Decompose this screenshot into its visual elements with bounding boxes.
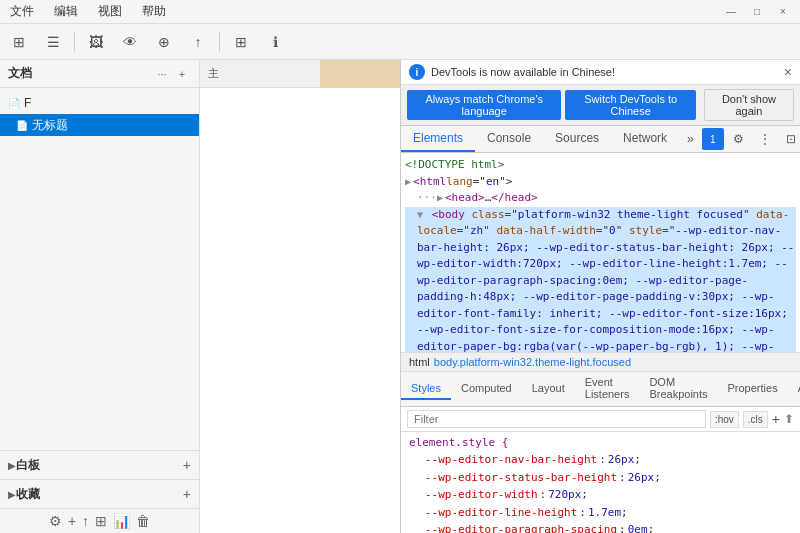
toolbar-btn-1[interactable]: ⊞: [4, 28, 34, 56]
dont-show-again-button[interactable]: Don't show again: [704, 89, 794, 121]
devtools-more-icon[interactable]: ⋮: [754, 128, 776, 150]
sidebar-upload-icon[interactable]: ↑: [82, 513, 89, 529]
inspector-tab-layout[interactable]: Layout: [522, 378, 575, 400]
html-line-head: ··· ▶ <head>…</head>: [405, 190, 796, 207]
inspector-tab-styles[interactable]: Styles: [401, 378, 451, 400]
devtools-notification-text: DevTools is now available in Chinese!: [431, 66, 778, 78]
css-rule-element-style: element.style { --wp-editor-nav-bar-heig…: [401, 432, 800, 533]
inspector-tab-dom-breakpoints[interactable]: DOM Breakpoints: [639, 372, 717, 406]
switch-to-chinese-button[interactable]: Switch DevTools to Chinese: [565, 90, 695, 120]
tree-item-f[interactable]: 📄 F: [0, 92, 199, 114]
sidebar-more-button[interactable]: ···: [153, 65, 171, 83]
styles-panel: :hov .cls + ⬆ element.style { --wp-edito…: [401, 407, 800, 533]
devtools-tab-actions: 1 ⚙ ⋮ ⊡ ×: [702, 128, 800, 150]
tab-elements[interactable]: Elements: [401, 126, 475, 152]
devtools-notification: i DevTools is now available in Chinese! …: [401, 60, 800, 85]
whiteboard-toggle-icon: ▶: [8, 460, 16, 471]
sidebar-header-actions: ··· +: [153, 65, 191, 83]
devtools-tabs: Elements Console Sources Network » 1 ⚙ ⋮…: [401, 126, 800, 153]
css-selector: element.style {: [409, 436, 792, 449]
favorites-add-button[interactable]: +: [183, 486, 191, 502]
inspector-tabs: Styles Computed Layout Event Listeners D…: [401, 372, 800, 407]
maximize-button[interactable]: □: [744, 3, 770, 21]
css-prop-width: --wp-editor-width : 720px ;: [425, 486, 792, 504]
sidebar-trash-icon[interactable]: 🗑: [136, 513, 150, 529]
devtools-detach-icon[interactable]: ⊡: [780, 128, 800, 150]
window-controls: — □ ×: [718, 3, 796, 21]
styles-filter-input[interactable]: [407, 410, 706, 428]
minimize-button[interactable]: —: [718, 3, 744, 21]
toolbar-btn-4[interactable]: 👁: [115, 28, 145, 56]
editor-color-bar: [320, 60, 400, 88]
favorites-toggle-icon: ▶: [8, 489, 16, 500]
editor-header: 主: [200, 60, 400, 88]
inspector-tab-event-listeners[interactable]: Event Listeners: [575, 372, 640, 406]
devtools-info-icon: i: [409, 64, 425, 80]
styles-add-rule-button[interactable]: +: [772, 411, 780, 427]
sidebar-chart-icon[interactable]: 📊: [113, 513, 130, 529]
tab-console[interactable]: Console: [475, 126, 543, 152]
devtools-settings-icon[interactable]: ⚙: [728, 128, 750, 150]
toolbar-btn-8[interactable]: ℹ: [260, 28, 290, 56]
sidebar-plus-icon[interactable]: +: [68, 513, 76, 529]
menu-item-view[interactable]: 视图: [92, 1, 128, 22]
tabs-more-button[interactable]: »: [679, 127, 702, 151]
html-viewer[interactable]: <!DOCTYPE html> ▶ <html lang="en"> ··· ▶…: [401, 153, 800, 353]
toolbar-separator-1: [74, 32, 75, 52]
css-prop-line-height: --wp-editor-line-height : 1.7em ;: [425, 504, 792, 522]
devtools-notification-close[interactable]: ×: [784, 64, 792, 80]
devtools-breadcrumb: html body.platform-win32.theme-light.foc…: [401, 353, 800, 372]
tree-item-untitled[interactable]: 📄 无标题: [0, 114, 199, 136]
tab-network[interactable]: Network: [611, 126, 679, 152]
styles-hov-button[interactable]: :hov: [710, 411, 739, 428]
toolbar-btn-7[interactable]: ⊞: [226, 28, 256, 56]
sidebar-settings-icon[interactable]: ⚙: [49, 513, 62, 529]
styles-cls-button[interactable]: .cls: [743, 411, 768, 428]
sidebar: 文档 ··· + 📄 F 📄 无标题 ▶ 白板 +: [0, 60, 200, 533]
sidebar-add-button[interactable]: +: [173, 65, 191, 83]
devtools-badge: 1: [702, 128, 724, 150]
sidebar-section-whiteboard: ▶ 白板 +: [0, 450, 199, 479]
css-prop-paragraph-spacing: --wp-editor-paragraph-spacing : 0em ;: [425, 521, 792, 533]
editor-header-label: 主: [208, 66, 219, 81]
sidebar-tree: 📄 F 📄 无标题: [0, 88, 199, 450]
favorites-section-title: 收藏: [16, 486, 183, 503]
tab-sources[interactable]: Sources: [543, 126, 611, 152]
css-properties: --wp-editor-nav-bar-height : 26px ; --wp…: [409, 451, 792, 533]
always-match-button[interactable]: Always match Chrome's language: [407, 90, 561, 120]
sidebar-header: 文档 ··· +: [0, 60, 199, 88]
toolbar-btn-3[interactable]: 🖼: [81, 28, 111, 56]
menu-item-edit[interactable]: 编辑: [48, 1, 84, 22]
sidebar-section-favorites: ▶ 收藏 +: [0, 479, 199, 508]
sidebar-grid-icon[interactable]: ⊞: [95, 513, 107, 529]
css-prop-status-bar-height: --wp-editor-status-bar-height : 26px ;: [425, 469, 792, 487]
whiteboard-section-header[interactable]: ▶ 白板 +: [0, 451, 199, 479]
sidebar-title: 文档: [8, 65, 153, 82]
toolbar-btn-6[interactable]: ↑: [183, 28, 213, 56]
inspector-tab-properties[interactable]: Properties: [718, 378, 788, 400]
toolbar: ⊞ ☰ 🖼 👁 ⊕ ↑ ⊞ ℹ: [0, 24, 800, 60]
toolbar-btn-2[interactable]: ☰: [38, 28, 68, 56]
main-content: 文档 ··· + 📄 F 📄 无标题 ▶ 白板 +: [0, 60, 800, 533]
breadcrumb-html[interactable]: html: [409, 356, 430, 368]
menu-item-file[interactable]: 文件: [4, 1, 40, 22]
devtools-panel: i DevTools is now available in Chinese! …: [400, 60, 800, 533]
inspector-tab-accessibility[interactable]: Accessibility: [788, 378, 800, 400]
favorites-section-header[interactable]: ▶ 收藏 +: [0, 480, 199, 508]
toolbar-separator-2: [219, 32, 220, 52]
whiteboard-add-button[interactable]: +: [183, 457, 191, 473]
breadcrumb-body[interactable]: body.platform-win32.theme-light.focused: [434, 356, 631, 368]
close-button[interactable]: ×: [770, 3, 796, 21]
menu-bar: 文件 编辑 视图 帮助 — □ ×: [0, 0, 800, 24]
inspector-tab-computed[interactable]: Computed: [451, 378, 522, 400]
css-prop-nav-bar-height: --wp-editor-nav-bar-height : 26px ;: [425, 451, 792, 469]
styles-filter-bar: :hov .cls + ⬆: [401, 407, 800, 432]
toolbar-btn-5[interactable]: ⊕: [149, 28, 179, 56]
html-line-body[interactable]: ▼ <body class="platform-win32 theme-ligh…: [405, 207, 796, 354]
editor-content[interactable]: [200, 88, 400, 533]
sidebar-bottom-bar: ⚙ + ↑ ⊞ 📊 🗑: [0, 508, 199, 533]
styles-scroll-icon: ⬆: [784, 412, 794, 426]
editor-area: 主: [200, 60, 400, 533]
menu-item-help[interactable]: 帮助: [136, 1, 172, 22]
whiteboard-section-title: 白板: [16, 457, 183, 474]
